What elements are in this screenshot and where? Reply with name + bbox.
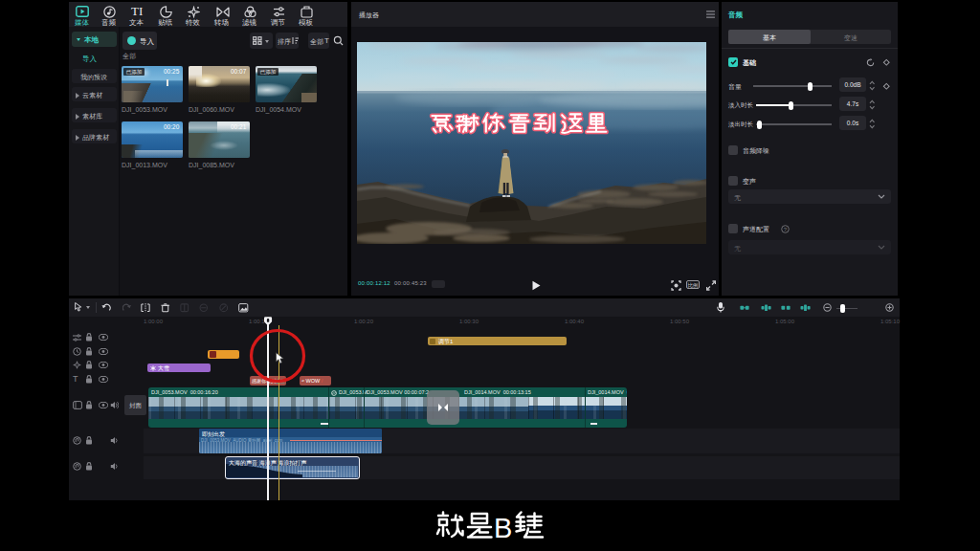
svg-text:?: ? [784,227,788,232]
svg-text:B: B [494,513,512,543]
